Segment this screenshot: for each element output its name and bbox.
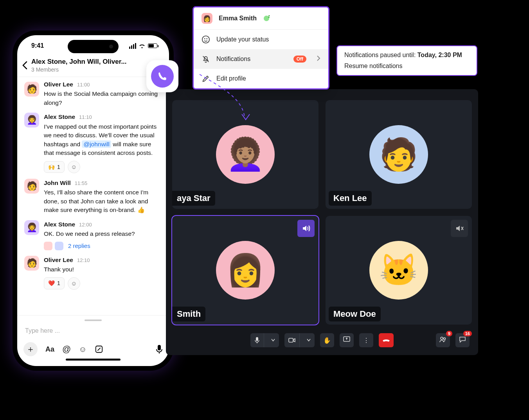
share-icon: [343, 336, 350, 344]
participant-name: Smith: [172, 307, 205, 321]
message-author: Oliver Lee: [44, 256, 73, 264]
phone-down-icon: [382, 337, 390, 344]
attach-button[interactable]: ＋: [23, 342, 38, 356]
home-indicator: [66, 359, 121, 361]
mic-button[interactable]: [250, 333, 279, 347]
user-mention[interactable]: @johnwill: [82, 140, 111, 148]
speaker-icon: [297, 220, 315, 237]
menu-item-edit-profile[interactable]: Edit profile: [194, 69, 328, 88]
participant-tile[interactable]: 👩🏽‍🦱 aya Star: [172, 100, 318, 209]
message-time: 11:00: [77, 81, 90, 89]
avatar[interactable]: 🧑: [24, 179, 39, 194]
replies-link[interactable]: 2 replies: [68, 242, 90, 250]
chat-icon: [459, 336, 466, 344]
raise-hand-button[interactable]: ✋: [320, 333, 334, 347]
message-list[interactable]: 🧑 Oliver Lee 11:00 How is the Social Med…: [17, 77, 169, 315]
message: 🧑 John Will 11:55 Yes, I'll also share t…: [24, 179, 162, 215]
message-time: 11:55: [75, 180, 88, 187]
more-button[interactable]: ⋮: [359, 333, 373, 347]
off-badge: Off: [293, 56, 306, 63]
message-body: Yes, I'll also share the content once I'…: [44, 188, 162, 214]
chevron-down-icon[interactable]: [267, 333, 279, 347]
svg-point-9: [441, 337, 443, 339]
avatar[interactable]: 🧑: [24, 82, 39, 97]
participants-button[interactable]: 9: [436, 333, 450, 347]
call-toolbar: ✋ ⋮ 9 16: [172, 331, 472, 350]
participants-badge: 9: [446, 331, 452, 336]
svg-rect-7: [289, 338, 293, 342]
emoji-button[interactable]: ☺: [79, 345, 86, 354]
svg-rect-6: [256, 337, 258, 341]
message-body: OK. Do we need a press release?: [44, 230, 162, 238]
svg-point-3: [202, 36, 209, 43]
reaction-count: 1: [57, 163, 60, 171]
format-button[interactable]: Aa: [45, 345, 54, 354]
status-time: 9:41: [31, 42, 44, 49]
muted-icon: [451, 220, 468, 237]
chevron-right-icon: [317, 55, 320, 63]
user-menu-header[interactable]: 👩 Emma Smith: [194, 7, 328, 30]
hand-icon: ✋: [323, 337, 331, 344]
svg-point-4: [204, 38, 205, 39]
pencil-icon: [202, 74, 210, 83]
menu-item-notifications[interactable]: Notifications Off: [194, 49, 328, 69]
avatar[interactable]: 👩‍🦱: [24, 220, 39, 235]
kebab-icon: ⋮: [363, 337, 369, 344]
chat-title[interactable]: Alex Stone, John Will, Oliver...: [31, 58, 147, 66]
audio-call-fab[interactable]: [146, 60, 178, 92]
participant-tile[interactable]: 👩 Smith: [172, 216, 318, 325]
people-icon: [439, 336, 447, 344]
svg-point-5: [206, 38, 207, 39]
chat-button[interactable]: 16: [455, 333, 470, 347]
participant-avatar: 👩🏽‍🦱: [216, 125, 275, 184]
svg-rect-2: [158, 345, 161, 350]
message-time: 12:00: [79, 221, 92, 229]
menu-item-label: Edit profile: [216, 75, 246, 82]
sheet-grabber[interactable]: [85, 319, 102, 321]
phone-frame: 9:41 Alex Stone, John Will, Oliver... 3 …: [13, 31, 174, 371]
message-input[interactable]: Type here ...: [23, 324, 163, 342]
battery-icon: [148, 43, 157, 48]
status-snooze-icon: [263, 15, 270, 22]
message-author: John Will: [44, 179, 71, 187]
mention-button[interactable]: @: [62, 344, 71, 354]
reaction-pill[interactable]: 🙌 1: [44, 161, 65, 173]
message-body: How is the Social Media campaign coming …: [44, 90, 162, 107]
reply-avatar: [44, 242, 52, 250]
add-reaction-button[interactable]: ☺: [68, 161, 80, 173]
avatar[interactable]: 🧑: [24, 256, 39, 271]
camera-button[interactable]: [284, 333, 315, 347]
text-fragment: Notifications paused until:: [344, 52, 417, 58]
participant-tile[interactable]: 🐱 Meow Doe: [326, 216, 472, 325]
avatar[interactable]: 👩‍🦱: [24, 113, 39, 127]
user-menu: 👩 Emma Smith Update your status Notifica…: [193, 6, 329, 90]
reaction-count: 1: [57, 279, 60, 287]
menu-item-label: Update your status: [216, 36, 269, 43]
video-call-window: 👩🏽‍🦱 aya Star 🧑 Ken Lee 👩 Smith 🐱 Meow D…: [166, 89, 478, 355]
back-button[interactable]: [22, 61, 27, 70]
phone-notch: [68, 40, 119, 53]
share-screen-button[interactable]: [340, 333, 354, 347]
composer: Type here ... ＋ Aa @ ☺: [17, 315, 169, 366]
svg-point-10: [444, 338, 446, 340]
menu-item-update-status[interactable]: Update your status: [194, 30, 328, 49]
end-call-button[interactable]: [379, 333, 394, 347]
compose-button[interactable]: [95, 345, 103, 354]
message: 👩‍🦱 Alex Stone 11:10 I've mapped out the…: [24, 113, 162, 173]
participant-tile[interactable]: 🧑 Ken Lee: [326, 100, 472, 209]
add-reaction-button[interactable]: ☺: [68, 277, 80, 290]
notifications-popup: Notifications paused until: Today, 2:30 …: [336, 45, 477, 76]
resume-notifications-link[interactable]: Resume notifications: [344, 63, 470, 70]
reaction-pill[interactable]: ❤️ 1: [44, 277, 65, 289]
mic-button[interactable]: [156, 345, 163, 354]
wifi-icon: [139, 43, 146, 48]
status-right: [129, 43, 157, 49]
participant-avatar: 👩: [216, 241, 275, 300]
chevron-down-icon[interactable]: [303, 333, 315, 347]
camera-icon: [284, 333, 300, 347]
reply-avatar: [55, 242, 63, 250]
participant-name: Ken Lee: [329, 191, 372, 206]
chat-badge: 16: [463, 331, 472, 336]
message-time: 11:10: [79, 114, 92, 121]
reaction-emoji: 🙌: [48, 163, 55, 171]
